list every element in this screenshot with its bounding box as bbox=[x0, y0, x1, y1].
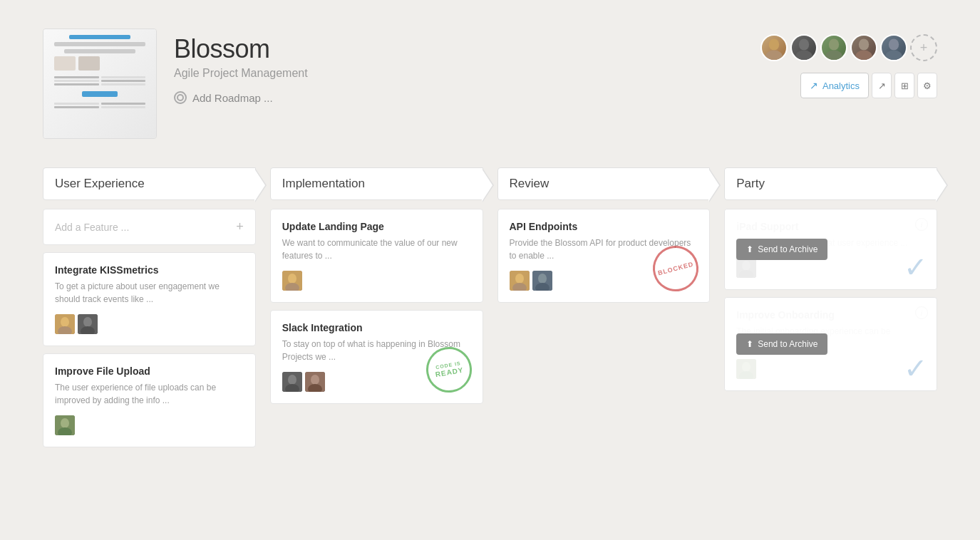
column-header-party: Party bbox=[724, 167, 937, 200]
archive-overlay: ⬆ Send to Archive ✓ bbox=[725, 298, 937, 390]
card-integrate-kissmetrics: Integrate KISSmetrics To get a picture a… bbox=[43, 252, 256, 346]
analytics-button[interactable]: ↗ Analytics bbox=[800, 73, 869, 98]
add-feature-card[interactable]: Add a Feature ... + bbox=[43, 209, 256, 245]
card-slack-integration: Slack Integration To stay on top of what… bbox=[270, 310, 483, 404]
column-implementation: Implementation Update Landing Page We wa… bbox=[270, 167, 483, 411]
header: Blossom Agile Project Management Add Roa… bbox=[43, 28, 937, 139]
project-subtitle: Agile Project Management bbox=[174, 67, 308, 80]
card-avatars bbox=[55, 415, 244, 435]
avatar bbox=[760, 34, 788, 61]
table-icon: ⊞ bbox=[901, 81, 909, 91]
card-avatars bbox=[55, 314, 244, 334]
toolbar-buttons: ↗ Analytics ↗ ⊞ ⚙ bbox=[800, 73, 937, 98]
avatar bbox=[305, 372, 325, 392]
avatar bbox=[282, 372, 302, 392]
add-member-button[interactable]: + bbox=[910, 34, 937, 61]
column-review: Review API Endpoints Provide the Blossom… bbox=[497, 167, 711, 310]
add-roadmap-button[interactable]: Add Roadmap ... bbox=[174, 91, 308, 104]
svg-point-5 bbox=[825, 51, 842, 61]
card-avatars bbox=[282, 271, 471, 291]
avatars-row: + bbox=[760, 34, 937, 61]
svg-point-3 bbox=[795, 51, 812, 61]
avatar bbox=[282, 271, 302, 291]
column-user-experience: User Experience Add a Feature ... + Inte… bbox=[43, 167, 256, 455]
table-button[interactable]: ⊞ bbox=[894, 73, 914, 98]
header-left: Blossom Agile Project Management Add Roa… bbox=[43, 28, 308, 139]
main-container: Blossom Agile Project Management Add Roa… bbox=[0, 0, 980, 483]
column-header-user-experience: User Experience bbox=[43, 167, 256, 200]
avatar bbox=[820, 34, 847, 61]
settings-button[interactable]: ⚙ bbox=[917, 73, 937, 98]
svg-point-0 bbox=[769, 38, 779, 50]
card-improve-file-upload: Improve File Upload The user experience … bbox=[43, 353, 256, 447]
gear-icon: ⚙ bbox=[923, 81, 932, 91]
chart-button[interactable]: ↗ bbox=[872, 73, 892, 98]
roadmap-icon bbox=[174, 91, 187, 104]
svg-point-32 bbox=[538, 274, 547, 284]
svg-point-9 bbox=[885, 51, 902, 61]
svg-point-8 bbox=[889, 38, 899, 50]
svg-point-11 bbox=[61, 317, 69, 327]
send-to-archive-button[interactable]: ⬆ Send to Archive bbox=[736, 239, 827, 260]
card-improve-onboarding: i Improve Onboarding The initial onboard… bbox=[724, 297, 937, 391]
board: User Experience Add a Feature ... + Inte… bbox=[43, 167, 937, 455]
avatar bbox=[55, 314, 75, 334]
avatar bbox=[880, 34, 907, 61]
ready-stamp: CODE IS READY bbox=[424, 345, 474, 395]
archive-overlay: ⬆ Send to Archive ✓ bbox=[725, 209, 937, 289]
svg-point-26 bbox=[311, 375, 319, 385]
analytics-chart-icon: ↗ bbox=[810, 80, 818, 91]
add-plus-icon: + bbox=[236, 219, 244, 234]
chart-icon: ↗ bbox=[878, 81, 886, 91]
project-info: Blossom Agile Project Management Add Roa… bbox=[174, 28, 308, 104]
send-to-archive-button[interactable]: ⬆ Send to Archive bbox=[736, 333, 827, 355]
project-title: Blossom bbox=[174, 34, 308, 64]
avatar bbox=[790, 34, 817, 61]
svg-point-29 bbox=[515, 274, 524, 284]
column-party: Party i iPad Support In order to provide… bbox=[724, 167, 937, 398]
card-ipad-support: i iPad Support In order to provide a gre… bbox=[724, 209, 937, 290]
svg-point-14 bbox=[83, 317, 92, 327]
header-right: + ↗ Analytics ↗ ⊞ ⚙ bbox=[760, 28, 937, 98]
column-header-implementation: Implementation bbox=[270, 167, 483, 200]
svg-point-17 bbox=[61, 418, 69, 428]
svg-point-2 bbox=[799, 38, 809, 50]
svg-point-20 bbox=[288, 274, 296, 284]
svg-point-4 bbox=[829, 38, 839, 50]
archive-icon: ⬆ bbox=[746, 339, 753, 349]
checkmark-icon: ✓ bbox=[904, 251, 928, 284]
card-update-landing-page: Update Landing Page We want to communica… bbox=[270, 209, 483, 303]
avatar bbox=[510, 271, 530, 291]
card-api-endpoints: API Endpoints Provide the Blossom API fo… bbox=[497, 209, 711, 303]
avatar bbox=[850, 34, 877, 61]
svg-point-23 bbox=[288, 375, 296, 385]
checkmark-icon: ✓ bbox=[904, 352, 928, 385]
project-thumbnail bbox=[43, 28, 157, 139]
avatar bbox=[55, 415, 75, 435]
svg-point-7 bbox=[855, 51, 872, 61]
svg-point-1 bbox=[765, 51, 782, 61]
archive-icon: ⬆ bbox=[746, 244, 753, 254]
avatar bbox=[78, 314, 98, 334]
column-header-review: Review bbox=[497, 167, 711, 200]
avatar bbox=[532, 271, 552, 291]
blocked-stamp: BLOCKED bbox=[651, 244, 701, 294]
svg-point-6 bbox=[859, 38, 869, 50]
